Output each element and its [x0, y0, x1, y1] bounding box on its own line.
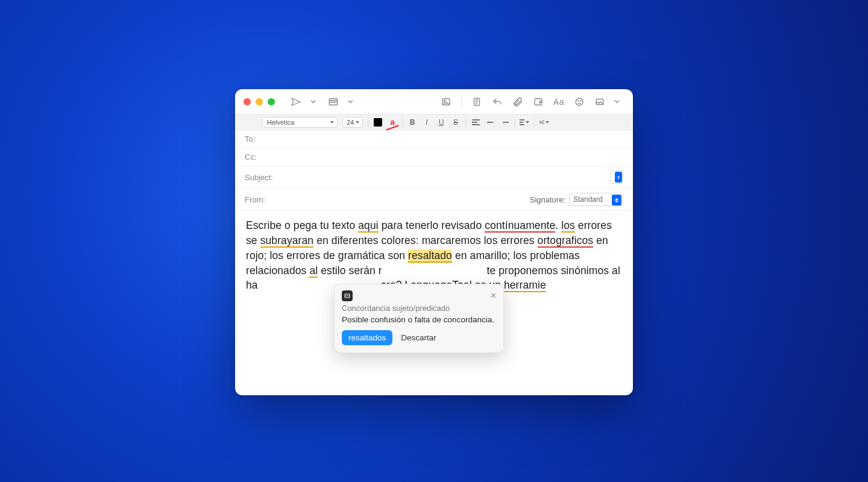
svg-point-7: [580, 100, 581, 101]
list-button[interactable]: [520, 117, 529, 127]
error-al[interactable]: al: [309, 264, 318, 278]
header-fields-dropdown[interactable]: [342, 94, 358, 110]
subject-field[interactable]: [285, 173, 604, 182]
cc-field[interactable]: [285, 152, 623, 161]
error-los[interactable]: los: [561, 219, 575, 233]
suggestion-accept-button[interactable]: resaltados: [342, 330, 392, 345]
align-left-button[interactable]: [471, 117, 480, 127]
format-button[interactable]: Aa: [551, 94, 567, 110]
to-field[interactable]: [285, 134, 623, 143]
error-ortograficos[interactable]: ortograficos: [538, 234, 594, 248]
toolbar-divider: [461, 95, 462, 108]
media-button[interactable]: [592, 94, 608, 110]
strike-button[interactable]: S: [451, 117, 461, 127]
to-row: To:: [235, 130, 633, 148]
notes-button[interactable]: [469, 94, 485, 110]
send-options-dropdown[interactable]: [305, 94, 321, 110]
bold-button[interactable]: B: [407, 117, 417, 127]
minimize-window-button[interactable]: [256, 98, 263, 105]
format-bar: Helvetica 24 a B I U S: [235, 114, 633, 130]
subject-label: Subject:: [245, 173, 278, 182]
cc-label: Cc:: [245, 152, 278, 161]
signature-select[interactable]: Standard: [569, 193, 623, 206]
from-row: From: Signature: Standard: [235, 189, 633, 211]
reply-button[interactable]: [489, 94, 505, 110]
from-label: From:: [245, 195, 278, 204]
suggestion-dismiss-button[interactable]: Descartar: [398, 330, 439, 345]
error-subrayaran[interactable]: subrayaran: [260, 234, 314, 248]
send-button[interactable]: [288, 94, 304, 110]
signature-label: Signature:: [530, 195, 565, 204]
popover-description: Posible confusión o falta de concordanci…: [342, 315, 496, 324]
text-style-clear-button[interactable]: a: [388, 117, 397, 127]
grammar-suggestion-popover: × Concordancia sujeto/predicado Posible …: [334, 284, 504, 353]
media-dropdown[interactable]: [609, 94, 624, 110]
emoji-button[interactable]: [571, 94, 587, 110]
popover-rule-title: Concordancia sujeto/predicado: [342, 304, 496, 313]
attach-button[interactable]: [510, 94, 526, 110]
align-center-button[interactable]: [485, 117, 495, 127]
traffic-lights: [244, 98, 275, 105]
cc-row: Cc:: [235, 148, 633, 166]
priority-select[interactable]: !: [610, 171, 623, 184]
mail-compose-window: Aa Helvetica 24 a B I U S: [235, 89, 633, 395]
close-window-button[interactable]: [244, 98, 251, 105]
error-resaltado[interactable]: resaltado: [408, 249, 452, 263]
photo-browser-button[interactable]: [438, 94, 454, 110]
error-continuamente[interactable]: contínuamente: [485, 219, 555, 233]
markup-button[interactable]: [530, 94, 546, 110]
underline-button[interactable]: U: [436, 117, 446, 127]
font-family-select[interactable]: Helvetica: [262, 117, 338, 128]
font-size-select[interactable]: 24: [342, 117, 363, 128]
italic-button[interactable]: I: [422, 117, 432, 127]
text-color-button[interactable]: [373, 117, 383, 127]
svg-rect-0: [329, 98, 338, 105]
svg-rect-4: [535, 98, 542, 105]
zoom-window-button[interactable]: [268, 98, 275, 105]
to-label: To:: [245, 134, 278, 143]
subject-row: Subject: !: [235, 166, 633, 189]
indent-button[interactable]: [539, 117, 549, 127]
svg-point-5: [576, 98, 583, 105]
error-aqui[interactable]: aqui: [358, 219, 379, 233]
header-fields-button[interactable]: [326, 94, 341, 110]
svg-point-2: [444, 100, 445, 101]
align-right-button[interactable]: [500, 117, 509, 127]
popover-close-button[interactable]: ×: [491, 291, 496, 301]
from-field[interactable]: [285, 195, 524, 204]
window-titlebar: Aa: [235, 89, 633, 114]
svg-point-6: [577, 100, 578, 101]
languagetool-logo-icon: [342, 290, 353, 301]
